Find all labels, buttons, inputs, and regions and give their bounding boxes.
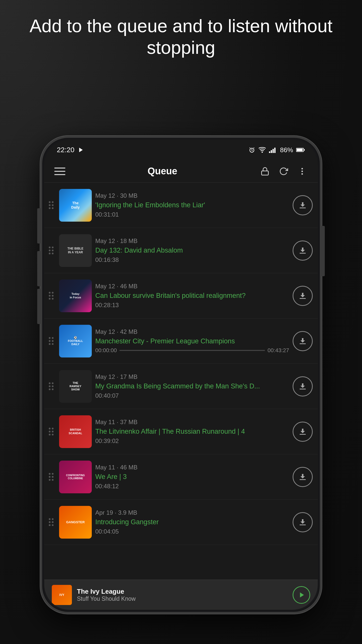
svg-rect-15	[300, 253, 306, 254]
drag-handle[interactable]	[47, 426, 56, 437]
drag-handle[interactable]	[47, 245, 56, 256]
svg-rect-9	[297, 149, 303, 151]
queue-item[interactable]: THE BIBLEIN A YEAR May 12 · 18 MB Day 13…	[44, 228, 318, 273]
status-bar: 22:20 86%	[44, 140, 318, 160]
progress-bar	[119, 350, 265, 351]
download-button[interactable]	[293, 376, 313, 396]
podcast-episode-title: Introducing Gangster	[95, 518, 289, 527]
podcast-thumbnail: ⚽FOOTBALLDAILY	[59, 325, 92, 357]
podcast-thumbnail: CONFRONTINGCOLUMBINE	[59, 461, 92, 493]
svg-rect-10	[262, 171, 268, 175]
podcast-episode-title: Can Labour survive Britain's political r…	[95, 291, 289, 300]
download-button[interactable]	[293, 195, 313, 215]
status-icons-area: 86%	[248, 146, 305, 154]
podcast-date-size: May 11 · 37 MB	[95, 419, 289, 426]
podcast-thumbnail: Todayin Focus	[59, 279, 92, 312]
podcast-date-size: May 12 · 30 MB	[95, 192, 289, 199]
podcast-duration: 00:31:01	[95, 211, 289, 218]
svg-rect-3	[269, 151, 270, 153]
lock-icon[interactable]	[259, 166, 270, 177]
podcast-episode-title: Day 132: David and Absalom	[95, 246, 289, 255]
alarm-icon	[248, 146, 255, 153]
more-vertical-icon[interactable]	[297, 166, 308, 177]
svg-marker-22	[300, 592, 304, 597]
podcast-info: May 12 · 30 MB 'Ignoring the Lie Embolde…	[95, 192, 289, 218]
podcast-thumbnail: TheDaily	[59, 189, 92, 222]
podcast-thumbnail: GANGSTER	[59, 506, 92, 539]
menu-icon[interactable]	[54, 168, 65, 175]
download-button[interactable]	[293, 240, 313, 261]
phone-shell: 22:20 86%	[40, 136, 322, 614]
podcast-thumbnail: BRITISHSCANDAL	[59, 415, 92, 448]
svg-rect-18	[300, 389, 306, 389]
now-playing-subtitle: Stuff You Should Know	[77, 595, 288, 602]
page-header: Add to the queue and to listen without s…	[0, 15, 362, 59]
drag-handle[interactable]	[47, 335, 56, 347]
queue-item[interactable]: CONFRONTINGCOLUMBINE May 11 · 46 MB We A…	[44, 454, 318, 500]
svg-rect-5	[273, 149, 274, 153]
svg-rect-4	[271, 150, 272, 153]
queue-item[interactable]: Todayin Focus May 12 · 46 MB Can Labour …	[44, 273, 318, 318]
svg-marker-0	[79, 148, 83, 152]
svg-rect-21	[300, 525, 306, 525]
svg-point-2	[261, 151, 263, 153]
podcast-thumbnail: THE BIBLEIN A YEAR	[59, 234, 92, 267]
podcast-date-size: Apr 19 · 3.9 MB	[95, 509, 289, 516]
svg-rect-19	[300, 434, 306, 435]
download-button[interactable]	[293, 422, 313, 442]
queue-item[interactable]: ⚽FOOTBALLDAILY May 12 · 42 MB Manchester…	[44, 318, 318, 364]
clock-time: 22:20	[57, 146, 74, 154]
toolbar-actions	[259, 166, 308, 177]
podcast-date-size: May 12 · 17 MB	[95, 373, 289, 380]
podcast-duration: 00:16:38	[95, 256, 289, 263]
progress-bar-container: 00:00:00 00:43:27	[95, 347, 289, 354]
svg-rect-14	[300, 208, 306, 208]
now-playing-title: The Ivy League	[77, 588, 288, 595]
play-indicator-icon	[78, 147, 84, 153]
podcast-duration: 00:39:02	[95, 437, 289, 445]
refresh-icon[interactable]	[278, 166, 289, 177]
download-button[interactable]	[293, 286, 313, 306]
drag-handle[interactable]	[47, 290, 56, 302]
app-toolbar: Queue	[44, 160, 318, 183]
now-playing-thumbnail: IVY	[52, 585, 72, 605]
podcast-info: May 12 · 18 MB Day 132: David and Absalo…	[95, 237, 289, 263]
drag-handle[interactable]	[47, 199, 56, 211]
podcast-date-size: May 12 · 18 MB	[95, 237, 289, 245]
podcast-date-size: May 11 · 46 MB	[95, 464, 289, 471]
progress-start: 00:00:00	[95, 347, 117, 354]
battery-percent: 86%	[280, 146, 293, 154]
podcast-duration: 00:48:12	[95, 483, 289, 490]
drag-handle[interactable]	[47, 516, 56, 528]
queue-item[interactable]: TheDaily May 12 · 30 MB 'Ignoring the Li…	[44, 183, 318, 228]
podcast-info: May 12 · 46 MB Can Labour survive Britai…	[95, 283, 289, 309]
signal-icon	[269, 147, 277, 153]
drag-handle[interactable]	[47, 380, 56, 392]
status-time-area: 22:20	[57, 146, 84, 154]
podcast-date-size: May 12 · 46 MB	[95, 283, 289, 290]
queue-list: TheDaily May 12 · 30 MB 'Ignoring the Li…	[44, 183, 318, 580]
wifi-icon	[258, 146, 266, 153]
queue-item[interactable]: THERAMSEYSHOW May 12 · 17 MB My Grandma …	[44, 364, 318, 409]
download-button[interactable]	[293, 331, 313, 351]
podcast-duration: 00:28:13	[95, 302, 289, 309]
podcast-episode-title: The Litvinenko Affair | The Russian Runa…	[95, 427, 289, 436]
podcast-info: May 12 · 42 MB Manchester City - Premier…	[95, 328, 289, 354]
toolbar-title: Queue	[73, 166, 252, 177]
download-button[interactable]	[293, 512, 313, 532]
drag-handle[interactable]	[47, 471, 56, 483]
svg-rect-8	[304, 149, 305, 151]
podcast-date-size: May 12 · 42 MB	[95, 328, 289, 335]
podcast-episode-title: My Grandma Is Being Scammed by the Man S…	[95, 382, 289, 391]
progress-end: 00:43:27	[267, 347, 289, 354]
svg-point-12	[301, 171, 303, 172]
queue-item[interactable]: GANGSTER Apr 19 · 3.9 MB Introducing Gan…	[44, 500, 318, 545]
svg-point-11	[301, 168, 303, 169]
play-button[interactable]	[293, 586, 310, 604]
podcast-episode-title: Manchester City - Premier League Champio…	[95, 337, 289, 346]
battery-icon	[296, 147, 305, 152]
podcast-thumbnail: THERAMSEYSHOW	[59, 370, 92, 403]
queue-item[interactable]: BRITISHSCANDAL May 11 · 37 MB The Litvin…	[44, 409, 318, 454]
now-playing-bar[interactable]: IVY The Ivy League Stuff You Should Know	[44, 580, 318, 610]
download-button[interactable]	[293, 467, 313, 487]
